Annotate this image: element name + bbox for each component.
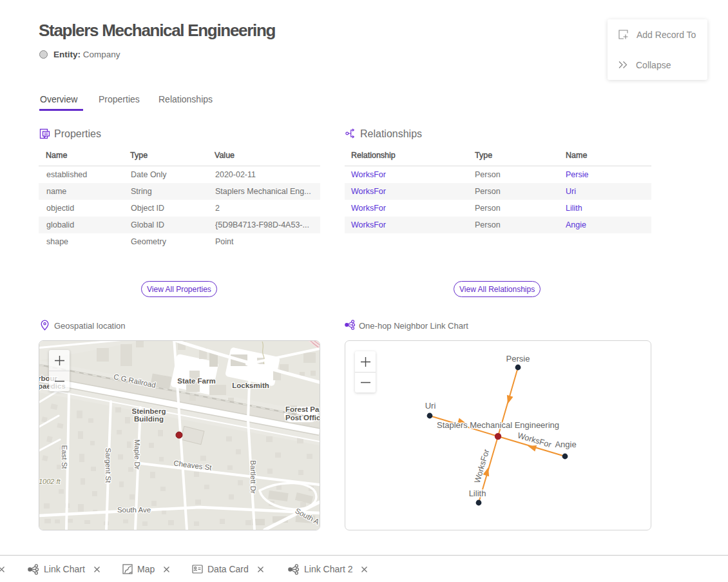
svg-text:Maple Dr: Maple Dr xyxy=(133,440,141,470)
svg-text:Post Office: Post Office xyxy=(285,414,320,422)
svg-text:WorksFor: WorksFor xyxy=(473,448,491,484)
svg-text:Bartlett Dr: Bartlett Dr xyxy=(249,460,257,494)
svg-text:State Farm: State Farm xyxy=(177,377,215,385)
svg-text:Locksmith: Locksmith xyxy=(232,382,269,389)
svg-text:South Ave: South Ave xyxy=(117,506,151,514)
svg-text:Staplers Mechanical Engineerin: Staplers Mechanical Engineering xyxy=(437,420,559,430)
svg-text:Sargent St: Sargent St xyxy=(104,448,112,483)
svg-text:East St: East St xyxy=(61,445,68,469)
svg-text:1002 ft: 1002 ft xyxy=(39,478,61,485)
svg-text:Angie: Angie xyxy=(555,440,576,449)
svg-text:Building: Building xyxy=(134,415,164,423)
svg-text:Persie: Persie xyxy=(506,354,530,364)
svg-text:Lilith: Lilith xyxy=(469,489,486,498)
svg-text:Uri: Uri xyxy=(425,401,436,411)
svg-text:Steinberg: Steinberg xyxy=(131,407,166,415)
svg-text:Forest Park: Forest Park xyxy=(285,405,320,413)
